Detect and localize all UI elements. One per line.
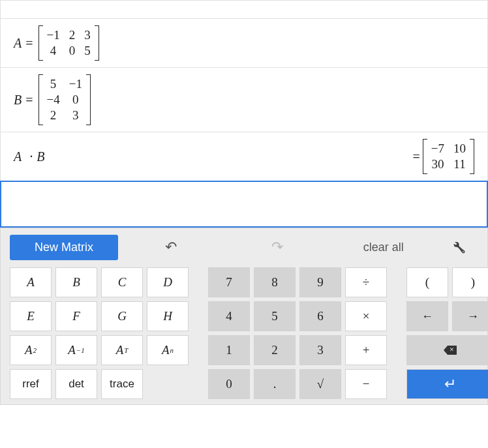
matrix-a-var: A [14, 36, 22, 51]
matrix-cell: 0 [69, 44, 76, 58]
var-h-key[interactable]: H [147, 301, 189, 331]
arrow-left-icon [421, 310, 433, 323]
redo-icon [271, 239, 283, 256]
digit-5-key[interactable]: 5 [254, 301, 296, 331]
a-squared-key[interactable]: A2 [10, 335, 52, 365]
var-e-key[interactable]: E [10, 301, 52, 331]
digit-7-key[interactable]: 7 [208, 267, 250, 297]
a-power-n-key[interactable]: An [147, 335, 189, 365]
bracket-right-icon [95, 25, 99, 61]
matrix-cell: 3 [84, 28, 91, 42]
digit-1-key[interactable]: 1 [208, 335, 250, 365]
equals-sign: = [25, 93, 33, 108]
matrix-ab: −7103011 [423, 139, 474, 174]
det-key[interactable]: det [55, 369, 97, 399]
backspace-icon [444, 346, 457, 355]
matrix-cell: 30 [431, 157, 444, 172]
redo-button[interactable] [224, 233, 331, 261]
cursor-left-key[interactable] [406, 301, 448, 331]
product-row[interactable]: A·B = −7103011 [0, 132, 488, 181]
digit-4-key[interactable]: 4 [208, 301, 250, 331]
div-key[interactable]: ÷ [345, 267, 387, 297]
right-paren-key[interactable]: ) [452, 267, 488, 297]
wrench-icon [453, 241, 466, 254]
settings-button[interactable] [436, 235, 482, 260]
arrow-right-icon [467, 310, 479, 323]
undo-button[interactable] [118, 233, 224, 261]
digit-9-key[interactable]: 9 [299, 267, 341, 297]
digit-8-key[interactable]: 8 [254, 267, 296, 297]
matrix-cell: 0 [69, 93, 82, 107]
sqrt-key[interactable]: √ [299, 369, 341, 399]
var-g-key[interactable]: G [101, 301, 143, 331]
matrix-b-row[interactable]: B = 5−1−4023 [0, 67, 488, 132]
matrix-cell: 2 [47, 108, 60, 123]
new-matrix-button[interactable]: New Matrix [10, 235, 118, 260]
mul-key[interactable]: × [345, 301, 387, 331]
var-d-key[interactable]: D [147, 267, 189, 297]
add-key[interactable]: + [345, 335, 387, 365]
bracket-left-icon [423, 139, 427, 174]
bracket-right-icon [86, 74, 91, 125]
bracket-left-icon [38, 74, 43, 125]
var-a-key[interactable]: A [10, 267, 52, 297]
matrix-cell: 11 [453, 157, 466, 172]
a-transpose-key[interactable]: AT [101, 335, 143, 365]
matrix-b-var: B [14, 93, 22, 108]
enter-key[interactable] [406, 369, 488, 399]
clear-all-button[interactable]: clear all [330, 235, 436, 260]
matrix-cell: 2 [69, 28, 76, 42]
digit-2-key[interactable]: 2 [254, 335, 296, 365]
matrix-b: 5−1−4023 [38, 74, 91, 125]
digit-0-key[interactable]: 0 [208, 369, 250, 399]
decimal-key[interactable]: . [254, 369, 296, 399]
backspace-key[interactable] [406, 335, 488, 365]
matrix-cell: 10 [453, 142, 466, 156]
right-keygroup: ( ) [406, 267, 488, 399]
matrix-cell: 4 [47, 44, 60, 58]
rref-key[interactable]: rref [10, 369, 52, 399]
keyboard-toolbar: New Matrix clear all [6, 233, 482, 261]
digit-6-key[interactable]: 6 [299, 301, 341, 331]
active-input-row[interactable] [0, 181, 488, 228]
matrix-cell: −1 [69, 77, 82, 91]
digit-3-key[interactable]: 3 [299, 335, 341, 365]
equals-sign: = [25, 36, 33, 51]
cursor-right-key[interactable] [452, 301, 488, 331]
var-f-key[interactable]: F [55, 301, 97, 331]
undo-icon [165, 239, 177, 256]
matrix-cell: 3 [69, 108, 82, 123]
matrix-cell: 5 [84, 44, 91, 58]
trace-key[interactable]: trace [101, 369, 143, 399]
var-b-key[interactable]: B [55, 267, 97, 297]
matrix-cell: −7 [431, 142, 444, 156]
virtual-keyboard: New Matrix clear all ABCDEFGHA2A−1ATAnrr… [0, 228, 488, 405]
left-paren-key[interactable]: ( [406, 267, 448, 297]
matrix-a-row[interactable]: A = −123405 [0, 18, 488, 67]
history-blank-row [0, 0, 488, 18]
matrix-cell: 5 [47, 77, 60, 91]
a-inverse-key[interactable]: A−1 [55, 335, 97, 365]
enter-icon [444, 376, 456, 393]
var-c-key[interactable]: C [101, 267, 143, 297]
sub-key[interactable]: − [345, 369, 387, 399]
product-result: = −7103011 [410, 139, 475, 174]
bracket-left-icon [38, 25, 43, 61]
product-lhs: A·B [14, 149, 48, 164]
bracket-right-icon [470, 139, 474, 174]
matrix-cell: −1 [47, 28, 60, 42]
matrix-cell: −4 [47, 93, 60, 107]
matrix-a: −123405 [38, 25, 99, 61]
